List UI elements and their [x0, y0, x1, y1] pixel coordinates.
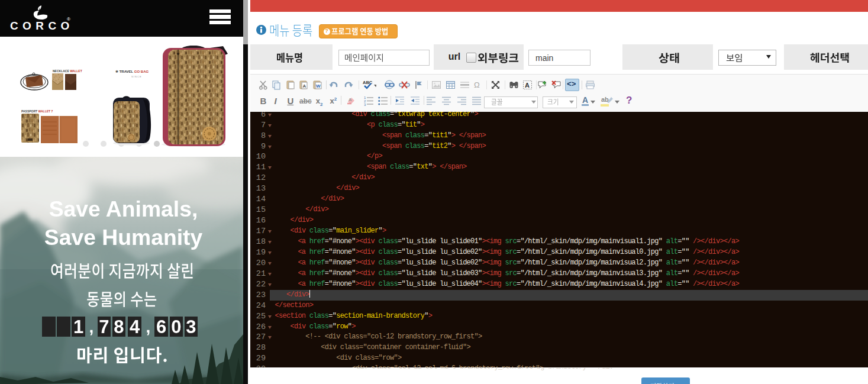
svg-text:A: A — [303, 83, 306, 89]
svg-text:ABC: ABC — [363, 80, 373, 85]
svg-text:W: W — [316, 83, 321, 89]
svg-text:3: 3 — [364, 103, 366, 106]
svg-text:A: A — [525, 82, 530, 89]
svg-text:A: A — [349, 97, 352, 102]
svg-text:Ω: Ω — [474, 80, 480, 89]
